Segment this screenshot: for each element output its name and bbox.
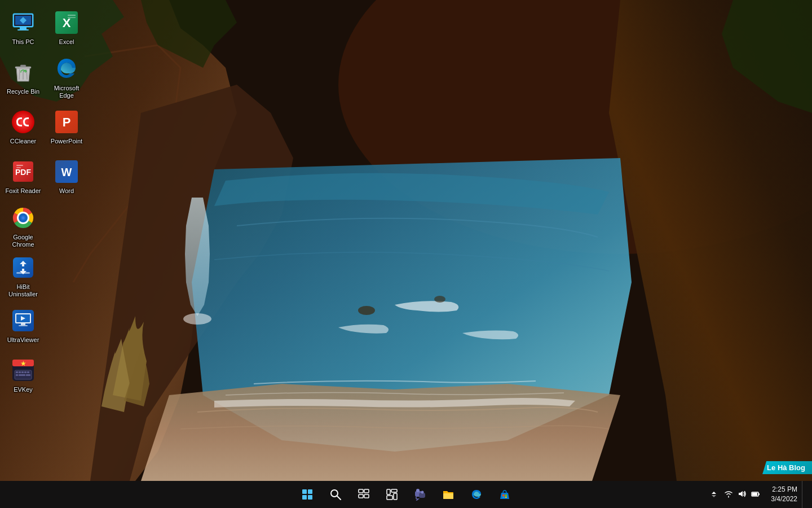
volume-icon[interactable] <box>736 489 748 500</box>
evkey-icon-image: ★ <box>10 357 37 384</box>
excel-icon-image: X <box>53 9 80 36</box>
show-desktop-button[interactable] <box>802 481 807 508</box>
desktop: This PC <box>0 0 812 508</box>
svg-line-14 <box>27 69 27 80</box>
svg-rect-61 <box>387 489 390 494</box>
this-pc-label: This PC <box>12 38 34 46</box>
svg-line-56 <box>337 496 341 500</box>
ultraviewer-icon-image <box>10 307 37 334</box>
evkey-label: EVKey <box>14 386 33 393</box>
this-pc-icon[interactable]: This PC <box>3 3 43 52</box>
svg-rect-52 <box>308 489 312 494</box>
evkey-icon[interactable]: ★ EVKey <box>3 351 43 400</box>
svg-rect-60 <box>364 494 369 498</box>
svg-rect-11 <box>20 65 26 67</box>
taskbar-center <box>294 481 518 508</box>
svg-point-2 <box>183 313 211 325</box>
microsoft-edge-icon[interactable]: Microsoft Edge <box>46 52 87 102</box>
file-explorer-button[interactable] <box>435 481 462 508</box>
ccleaner-label: CCleaner <box>10 138 36 145</box>
hibit-uninstaller-icon[interactable]: HiBit Uninstaller <box>3 251 43 301</box>
svg-rect-75 <box>758 493 760 495</box>
svg-text:★: ★ <box>20 360 27 367</box>
svg-point-4 <box>434 296 445 303</box>
ccleaner-icon[interactable]: CCleaner <box>3 102 43 152</box>
svg-rect-29 <box>21 323 25 325</box>
svg-rect-7 <box>20 27 27 29</box>
svg-text:P: P <box>63 115 71 129</box>
search-button[interactable] <box>322 481 349 508</box>
clock-date: 3/4/2022 <box>766 494 797 504</box>
watermark-text: Le Hà Blog <box>767 463 805 472</box>
svg-rect-24 <box>13 257 33 278</box>
svg-rect-41 <box>19 374 25 376</box>
google-chrome-icon[interactable]: Google Chrome <box>3 202 43 251</box>
start-button[interactable] <box>294 481 321 508</box>
ultraviewer-label: UltraViewer <box>7 336 39 344</box>
svg-rect-8 <box>17 29 29 30</box>
excel-label: Excel <box>59 38 74 46</box>
teams-button[interactable] <box>407 481 434 508</box>
system-tray-overflow[interactable] <box>707 481 721 508</box>
excel-icon[interactable]: X Excel <box>46 3 87 52</box>
svg-rect-73 <box>505 497 508 498</box>
svg-point-67 <box>416 489 420 492</box>
icon-column-2: X Excel <box>46 3 87 202</box>
svg-rect-53 <box>302 495 307 500</box>
store-button[interactable] <box>491 481 518 508</box>
svg-line-12 <box>19 69 20 80</box>
taskbar: 2:25 PM 3/4/2022 <box>0 481 812 508</box>
svg-rect-19 <box>16 167 21 168</box>
foxit-reader-icon[interactable]: PDF Foxit Reader <box>3 152 43 202</box>
svg-rect-72 <box>502 497 505 498</box>
svg-rect-37 <box>21 371 24 373</box>
recycle-bin-icon-image <box>10 59 37 86</box>
svg-rect-63 <box>387 496 392 500</box>
ccleaner-icon-image <box>10 108 37 135</box>
foxit-reader-label: Foxit Reader <box>6 187 41 195</box>
hibit-uninstaller-label: HiBit Uninstaller <box>5 283 41 298</box>
svg-rect-58 <box>364 489 369 493</box>
recycle-bin-icon[interactable]: Recycle Bin <box>3 52 43 102</box>
microsoft-edge-icon-image <box>53 55 80 82</box>
widgets-button[interactable] <box>378 481 405 508</box>
watermark: Le Hà Blog <box>762 461 812 474</box>
svg-rect-57 <box>359 489 363 493</box>
svg-rect-46 <box>68 17 76 18</box>
svg-rect-69 <box>443 493 453 499</box>
svg-rect-35 <box>16 371 18 373</box>
svg-text:PDF: PDF <box>15 168 31 177</box>
hibit-uninstaller-icon-image <box>10 254 37 281</box>
task-view-button[interactable] <box>350 481 377 508</box>
battery-icon[interactable] <box>750 489 761 500</box>
word-icon[interactable]: W Word <box>46 152 87 202</box>
svg-rect-18 <box>16 165 23 166</box>
clock[interactable]: 2:25 PM 3/4/2022 <box>764 485 800 504</box>
svg-rect-10 <box>15 67 31 68</box>
svg-rect-25 <box>16 272 30 274</box>
svg-rect-59 <box>359 494 363 498</box>
svg-point-55 <box>331 490 338 497</box>
powerpoint-icon[interactable]: P PowerPoint <box>46 102 87 152</box>
svg-point-3 <box>358 306 375 315</box>
svg-point-22 <box>19 213 28 222</box>
svg-rect-71 <box>505 494 508 497</box>
taskbar-right: 2:25 PM 3/4/2022 <box>707 481 812 508</box>
svg-rect-39 <box>27 371 29 373</box>
svg-rect-36 <box>19 371 21 373</box>
icon-column-1: This PC <box>3 3 43 400</box>
word-icon-image: W <box>53 158 80 185</box>
svg-text:W: W <box>61 166 72 178</box>
recycle-bin-label: Recycle Bin <box>7 88 39 95</box>
powerpoint-icon-image: P <box>53 108 80 135</box>
svg-rect-70 <box>502 494 505 497</box>
network-icon[interactable] <box>723 489 734 500</box>
ultraviewer-icon[interactable]: UltraViewer <box>3 301 43 351</box>
foxit-reader-icon-image: PDF <box>10 158 37 185</box>
svg-rect-51 <box>302 489 307 494</box>
word-label: Word <box>59 187 74 195</box>
svg-rect-64 <box>394 493 397 500</box>
edge-taskbar-button[interactable] <box>463 481 490 508</box>
svg-rect-76 <box>752 493 757 496</box>
google-chrome-label: Google Chrome <box>5 234 41 248</box>
